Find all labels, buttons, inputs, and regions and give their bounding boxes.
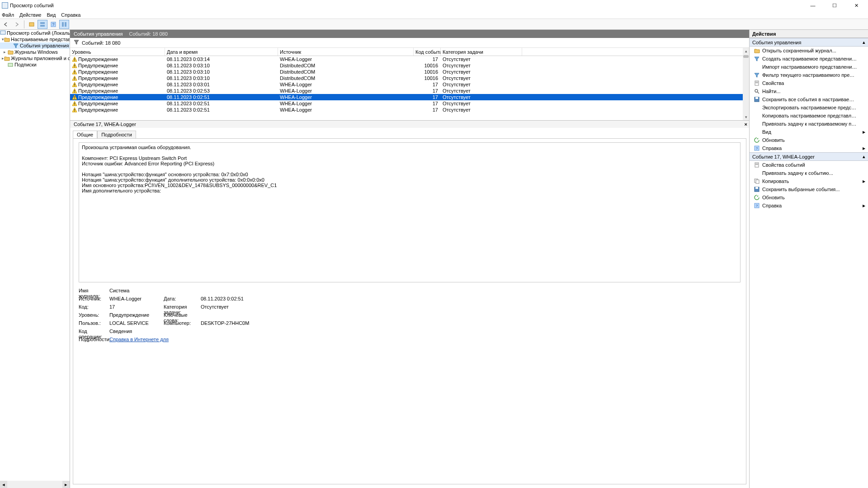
close-button[interactable]: ✕	[848, 1, 864, 9]
scroll-thumb[interactable]	[743, 55, 749, 58]
folder-open-icon	[753, 47, 760, 54]
actions-section-view: События управления▴	[750, 38, 868, 47]
action-help[interactable]: ? Справка▶	[750, 144, 868, 152]
menu-help[interactable]: Справка	[61, 12, 80, 18]
col-date[interactable]: Дата и время	[165, 48, 278, 56]
svg-rect-5	[62, 22, 64, 27]
col-level[interactable]: Уровень	[70, 48, 165, 56]
collapse-icon[interactable]: ▴	[863, 39, 865, 45]
event-list[interactable]: Уровень Дата и время Источник Код событи…	[70, 48, 749, 120]
svg-rect-19	[74, 90, 75, 92]
toolbar-actions-pane-button[interactable]	[59, 20, 69, 29]
warning-icon	[72, 63, 77, 68]
refresh-icon	[753, 137, 760, 143]
tree-custom-views[interactable]: ▾ Настраиваемые представления	[0, 36, 70, 42]
event-code: 17	[414, 107, 441, 113]
action-item[interactable]: Привязать задачу к событию...	[750, 169, 868, 177]
menu-action[interactable]: Действие	[19, 12, 41, 18]
toolbar-preview-button[interactable]	[38, 20, 47, 29]
preview-close-button[interactable]: ×	[745, 122, 747, 127]
event-list-header[interactable]: Уровень Дата и время Источник Код событи…	[70, 48, 749, 56]
col-source[interactable]: Источник	[278, 48, 414, 56]
tree-root[interactable]: Просмотр событий (Локальный)	[0, 30, 70, 36]
more-info-link[interactable]: Справка в Интернете для	[109, 337, 169, 345]
navigation-tree[interactable]: Просмотр событий (Локальный) ▾ Настраива…	[0, 30, 70, 488]
tree-app-logs[interactable]: ▸ Журналы приложений и служб	[0, 55, 70, 61]
action-item[interactable]: Обновить	[750, 193, 868, 202]
event-row[interactable]: Предупреждение08.11.2023 0:02:53WHEA-Log…	[70, 88, 749, 94]
tree-windows-logs[interactable]: ▸ Журналы Windows	[0, 49, 70, 55]
label-eventid: Код:	[79, 304, 109, 312]
scroll-left-icon[interactable]: ◂	[0, 481, 7, 488]
event-scrollbar[interactable]: ▴ ▾	[743, 48, 749, 120]
event-level: Предупреждение	[78, 107, 118, 113]
col-code[interactable]: Код события	[414, 48, 441, 56]
col-task[interactable]: Категория задачи	[441, 48, 522, 56]
tree-scrollbar[interactable]: ◂ ▸	[0, 481, 70, 488]
svg-rect-26	[74, 111, 75, 111]
action-item[interactable]: Сохранить все события в настраиваемом пр…	[750, 95, 868, 103]
toolbar-help-button[interactable]: ?	[48, 20, 58, 29]
minimize-button[interactable]: —	[805, 1, 821, 9]
action-item[interactable]: Создать настраиваемое представление...	[750, 55, 868, 63]
svg-rect-2	[40, 25, 45, 27]
action-item[interactable]: Свойства событий	[750, 161, 868, 169]
svg-rect-1	[40, 22, 45, 24]
event-level: Предупреждение	[78, 75, 118, 81]
warning-icon	[72, 56, 77, 62]
action-item[interactable]: Свойства	[750, 79, 868, 87]
event-level: Предупреждение	[78, 94, 118, 100]
scroll-down-icon[interactable]: ▾	[743, 114, 749, 120]
event-source: DistributedCOM	[278, 75, 414, 81]
event-date: 08.11.2023 0:02:53	[165, 88, 278, 94]
menu-file[interactable]: Файл	[2, 12, 14, 18]
action-item[interactable]: Найти...	[750, 87, 868, 95]
svg-rect-9	[74, 58, 75, 60]
event-row[interactable]: Предупреждение08.11.2023 0:02:51WHEA-Log…	[70, 107, 749, 113]
event-code: 10016	[414, 69, 441, 75]
warning-icon	[72, 101, 77, 106]
action-item[interactable]: Открыть сохраненный журнал...	[750, 47, 868, 55]
action-label: Найти...	[762, 89, 781, 94]
expand-icon[interactable]: ▸	[2, 50, 7, 54]
label-date: Дата:	[164, 296, 201, 304]
event-date: 08.11.2023 0:02:51	[165, 100, 278, 107]
event-row[interactable]: Предупреждение08.11.2023 0:03:01WHEA-Log…	[70, 81, 749, 88]
back-button[interactable]	[1, 20, 11, 29]
scroll-up-icon[interactable]: ▴	[743, 48, 749, 54]
value-level: Предупреждение	[109, 312, 164, 320]
event-row[interactable]: Предупреждение08.11.2023 0:02:51WHEA-Log…	[70, 94, 749, 100]
scroll-right-icon[interactable]: ▸	[62, 481, 70, 488]
maximize-button[interactable]: ☐	[826, 1, 843, 9]
event-row[interactable]: Предупреждение08.11.2023 0:03:10Distribu…	[70, 62, 749, 69]
event-row[interactable]: Предупреждение08.11.2023 0:03:10Distribu…	[70, 69, 749, 75]
collapse-icon[interactable]: ▴	[863, 154, 865, 160]
action-item[interactable]: Привязать задачу к настраиваемому предст…	[750, 120, 868, 128]
tab-details[interactable]: Подробности	[97, 131, 136, 138]
action-view-submenu[interactable]: Вид▶	[750, 128, 868, 136]
event-row[interactable]: Предупреждение08.11.2023 0:02:51WHEA-Log…	[70, 100, 749, 107]
tree-admin-events[interactable]: События управления	[0, 42, 70, 49]
tab-general[interactable]: Общие	[73, 131, 97, 138]
tree-subscriptions[interactable]: Подписки	[0, 61, 70, 68]
action-item[interactable]: Копировать настраиваемое представление..…	[750, 112, 868, 120]
menu-view[interactable]: Вид	[47, 12, 56, 18]
toolbar-console-button[interactable]	[27, 20, 37, 29]
action-label: Копировать	[762, 178, 789, 184]
action-item[interactable]: ?Справка▶	[750, 202, 868, 210]
event-description: Произошла устранимая ошибка оборудования…	[79, 142, 741, 282]
action-item[interactable]: Экспортировать настраиваемое представлен…	[750, 103, 868, 112]
action-item[interactable]: Фильтр текущего настраиваемого представл…	[750, 71, 868, 79]
event-row[interactable]: Предупреждение08.11.2023 0:03:14WHEA-Log…	[70, 56, 749, 62]
action-refresh[interactable]: Обновить	[750, 136, 868, 144]
event-source: WHEA-Logger	[278, 94, 414, 100]
svg-text:?: ?	[756, 146, 758, 150]
action-item[interactable]: Сохранить выбранные события...	[750, 185, 868, 193]
event-row[interactable]: Предупреждение08.11.2023 0:03:10Distribu…	[70, 75, 749, 81]
forward-button[interactable]	[12, 20, 22, 29]
event-task: Отсутствует	[441, 94, 522, 100]
action-item[interactable]: Импорт настраиваемого представления...	[750, 63, 868, 71]
event-date: 08.11.2023 0:03:14	[165, 56, 278, 62]
action-item[interactable]: Копировать▶	[750, 177, 868, 185]
event-level: Предупреждение	[78, 82, 118, 87]
